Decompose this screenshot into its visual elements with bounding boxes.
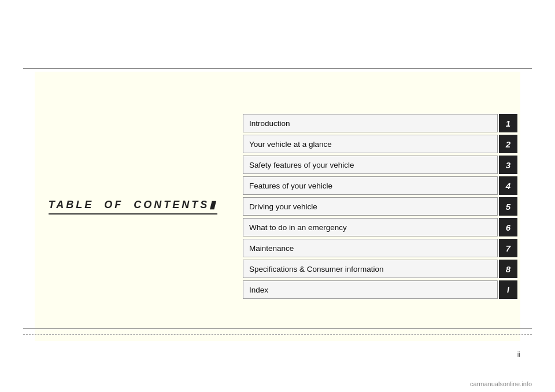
toc-row-emergency[interactable]: What to do in an emergency 6 xyxy=(243,218,517,236)
toc-row-features[interactable]: Features of your vehicle 4 xyxy=(243,176,517,195)
toc-row-driving[interactable]: Driving your vehicle 5 xyxy=(243,197,517,216)
toc-row-introduction[interactable]: Introduction 1 xyxy=(243,114,517,132)
toc-number-features: 4 xyxy=(499,176,517,195)
toc-label-specifications: Specifications & Consumer information xyxy=(243,260,498,278)
toc-row-glance[interactable]: Your vehicle at a glance 2 xyxy=(243,135,517,153)
toc-label-driving: Driving your vehicle xyxy=(243,197,498,216)
dashed-divider xyxy=(23,334,532,335)
toc-row-maintenance[interactable]: Maintenance 7 xyxy=(243,239,517,257)
toc-number-driving: 5 xyxy=(499,197,517,216)
toc-row-index[interactable]: Index I xyxy=(243,280,517,299)
toc-title: TABLE OF CONTENTS▮ xyxy=(49,198,218,211)
toc-number-introduction: 1 xyxy=(499,114,517,132)
top-divider xyxy=(23,68,532,69)
toc-label-introduction: Introduction xyxy=(243,114,498,132)
page-container: TABLE OF CONTENTS▮ Introduction 1 Your v… xyxy=(0,0,555,392)
toc-number-emergency: 6 xyxy=(499,218,517,236)
toc-list: Introduction 1 Your vehicle at a glance … xyxy=(243,75,517,340)
toc-label-safety: Safety features of your vehicle xyxy=(243,156,498,174)
toc-label-emergency: What to do in an emergency xyxy=(243,218,498,236)
toc-number-maintenance: 7 xyxy=(499,239,517,257)
bottom-divider xyxy=(23,328,532,329)
toc-row-safety[interactable]: Safety features of your vehicle 3 xyxy=(243,156,517,174)
toc-label-features: Features of your vehicle xyxy=(243,176,498,195)
toc-number-safety: 3 xyxy=(499,156,517,174)
page-number: ii xyxy=(517,350,520,358)
toc-row-specifications[interactable]: Specifications & Consumer information 8 xyxy=(243,260,517,278)
toc-number-index: I xyxy=(499,280,517,299)
toc-label-maintenance: Maintenance xyxy=(243,239,498,257)
toc-label-glance: Your vehicle at a glance xyxy=(243,135,498,153)
toc-number-specifications: 8 xyxy=(499,260,517,278)
toc-number-glance: 2 xyxy=(499,135,517,153)
left-panel: TABLE OF CONTENTS▮ xyxy=(35,72,231,341)
watermark: carmanualsonline.info xyxy=(470,380,532,387)
toc-label-index: Index xyxy=(243,280,498,299)
